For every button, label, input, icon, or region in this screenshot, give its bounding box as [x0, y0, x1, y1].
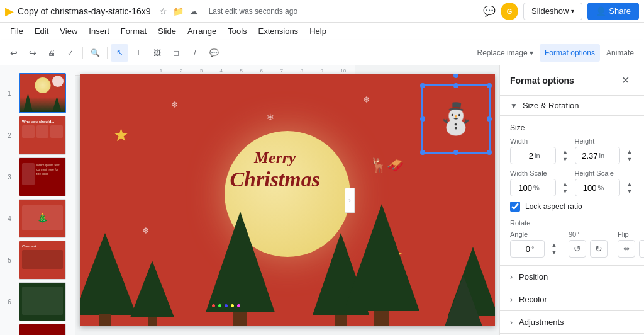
slide-thumb-4[interactable]: 🎄	[19, 199, 66, 238]
height-scale-input[interactable]	[579, 183, 597, 193]
slideshow-dropdown-icon: ▾	[571, 8, 574, 14]
text-tool[interactable]: T	[130, 44, 147, 62]
position-section[interactable]: › Position	[500, 266, 644, 288]
slide-thumb-1[interactable]	[19, 73, 66, 113]
menu-insert[interactable]: Insert	[84, 25, 114, 38]
height-up-button[interactable]: ▲	[625, 148, 634, 156]
angle-down-button[interactable]: ▼	[550, 249, 558, 256]
snowman-selection-box[interactable]: ⛄	[421, 84, 491, 154]
height-scale-input-wrap: %	[575, 179, 621, 196]
zoom-button[interactable]: 🔍	[86, 44, 104, 62]
menu-help[interactable]: Help	[304, 25, 331, 38]
flip-h-button[interactable]: ⇔	[618, 240, 635, 258]
flip-group: Flip ⇔ ⇕	[618, 230, 644, 258]
menu-view[interactable]: View	[55, 25, 82, 38]
slide-canvas[interactable]: Merry Christmas ★ ★ ★ ★ ❄ ❄ ❄ ❄	[80, 74, 495, 326]
width-scale-up-button[interactable]: ▲	[561, 180, 570, 188]
width-scale-input[interactable]	[514, 183, 532, 193]
handle-tc	[453, 83, 458, 88]
menu-tools[interactable]: Tools	[223, 25, 252, 38]
rotate-ccw-button[interactable]: ↺	[569, 240, 586, 258]
width-input[interactable]	[514, 151, 533, 161]
width-down-button[interactable]: ▼	[561, 156, 570, 163]
position-chevron: ›	[510, 273, 513, 281]
height-label: Height	[575, 137, 635, 145]
format-panel-header: Format options ✕	[500, 65, 644, 96]
adjustments-title: Adjustments	[519, 317, 634, 327]
rotation-handle[interactable]	[453, 74, 458, 78]
height-input[interactable]	[579, 151, 598, 161]
width-field-group: Width in ▲ ▼	[510, 137, 570, 164]
redo-button[interactable]: ↪	[24, 44, 42, 62]
canvas-area[interactable]: 1 2 3 4 5 6 7 8 9 10 › Merry	[75, 65, 499, 335]
lock-aspect-label: Lock aspect ratio	[525, 202, 582, 211]
slide-thumb-6[interactable]	[19, 282, 66, 321]
lock-aspect-row: Lock aspect ratio	[510, 202, 634, 212]
top-bar: ▶ Copy of christmas-day-static-16x9 ☆ 📁 …	[0, 0, 644, 23]
size-rotation-header[interactable]: ▼ Size & Rotation	[500, 96, 644, 116]
width-scale-down-button[interactable]: ▼	[561, 188, 570, 195]
animate-button[interactable]: Animate	[601, 44, 639, 62]
menu-slide[interactable]: Slide	[153, 25, 181, 38]
width-input-row: in ▲ ▼	[510, 147, 570, 164]
menu-arrange[interactable]: Arrange	[182, 25, 221, 38]
flip-v-button[interactable]: ⇕	[639, 240, 644, 258]
rotate-controls-row: Angle ° ▲ ▼ 90°	[510, 230, 634, 258]
folder-icon[interactable]: 📁	[172, 5, 185, 18]
format-options-button[interactable]: Format options	[540, 44, 600, 62]
menu-file[interactable]: File	[5, 25, 28, 38]
select-tool[interactable]: ↖	[111, 44, 128, 62]
snowman-image: ⛄	[423, 86, 489, 152]
recolor-section[interactable]: › Recolor	[500, 288, 644, 311]
handle-tr	[487, 83, 492, 88]
angle-up-button[interactable]: ▲	[550, 241, 558, 249]
width-label: Width	[510, 137, 570, 145]
top-right-area: 💬 G Slideshow ▾ 👤 Share	[483, 3, 639, 20]
slide-thumb-3[interactable]: lorem ipsum text content here for the sl…	[19, 157, 66, 196]
slideshow-button[interactable]: Slideshow ▾	[523, 3, 582, 20]
doc-icons: ☆ 📁 ☁	[157, 5, 200, 18]
replace-image-button[interactable]: Replace image ▾	[472, 44, 538, 62]
handle-ml	[420, 116, 425, 122]
height-scale-down-button[interactable]: ▼	[625, 188, 634, 195]
collapse-panel-button[interactable]: ›	[345, 188, 355, 213]
cloud-icon[interactable]: ☁	[187, 5, 200, 18]
menu-extensions[interactable]: Extensions	[253, 25, 304, 38]
handle-bl	[420, 150, 425, 155]
rotate-buttons: ↺ ↻	[569, 240, 608, 258]
undo-button[interactable]: ↩	[5, 44, 23, 62]
rotate-cw-button[interactable]: ↻	[590, 240, 608, 258]
height-down-button[interactable]: ▼	[625, 156, 634, 163]
menu-edit[interactable]: Edit	[30, 25, 53, 38]
slide-thumb-wrapper-7: 7 🎅	[4, 324, 71, 335]
avatar[interactable]: G	[501, 3, 518, 20]
image-tool[interactable]: 🖼	[148, 44, 166, 62]
spell-check-button[interactable]: ✓	[62, 44, 79, 62]
angle-input[interactable]	[514, 244, 530, 254]
line-tool[interactable]: /	[186, 44, 204, 62]
star-icon[interactable]: ☆	[157, 5, 170, 18]
height-scale-up-button[interactable]: ▲	[625, 180, 634, 188]
print-button[interactable]: 🖨	[43, 44, 60, 62]
slide-thumb-2[interactable]: Why you should...	[19, 116, 66, 155]
adjustments-section[interactable]: › Adjustments	[500, 311, 644, 334]
comment-tool[interactable]: 💬	[205, 44, 223, 62]
lock-aspect-checkbox[interactable]	[510, 202, 520, 212]
width-height-row: Width in ▲ ▼ Height	[510, 137, 634, 164]
width-up-button[interactable]: ▲	[561, 148, 570, 156]
app-logo-icon: ▶	[5, 4, 14, 18]
flip-label: Flip	[618, 230, 644, 238]
handle-br	[487, 150, 492, 155]
share-button[interactable]: 👤 Share	[587, 3, 639, 20]
tree-left	[130, 261, 174, 326]
menu-format[interactable]: Format	[116, 25, 152, 38]
comment-icon[interactable]: 💬	[483, 5, 496, 18]
close-panel-button[interactable]: ✕	[616, 72, 634, 89]
slide-thumb-5[interactable]: Content	[19, 241, 66, 280]
slide-thumb-7[interactable]: 🎅	[19, 324, 66, 335]
format-panel-title: Format options	[510, 76, 616, 86]
size-rotation-content: Size Width in ▲ ▼	[500, 116, 644, 266]
shapes-tool[interactable]: ◻	[167, 44, 185, 62]
position-title: Position	[519, 272, 634, 281]
slide-preview-3: lorem ipsum text content here for the sl…	[19, 158, 65, 196]
